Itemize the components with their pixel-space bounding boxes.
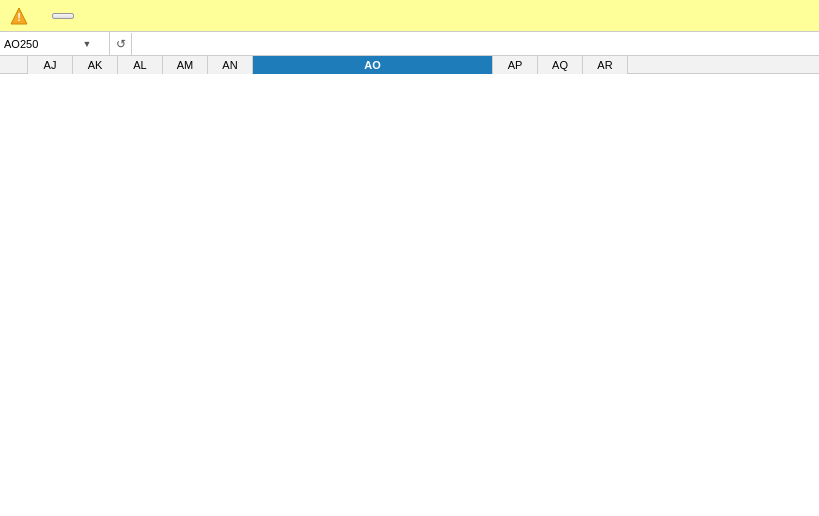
svg-text:!: ! bbox=[17, 11, 21, 23]
col-header-al[interactable]: AL bbox=[118, 56, 163, 74]
formula-bar: ▼ ↺ bbox=[0, 32, 819, 56]
col-header-an[interactable]: AN bbox=[208, 56, 253, 74]
col-header-am[interactable]: AM bbox=[163, 56, 208, 74]
column-headers: AJ AK AL AM AN AO AP AQ AR bbox=[0, 56, 819, 74]
col-header-ao[interactable]: AO bbox=[253, 56, 493, 74]
formula-input[interactable] bbox=[149, 38, 819, 50]
col-header-ak[interactable]: AK bbox=[73, 56, 118, 74]
security-bar: ! bbox=[0, 0, 819, 32]
name-box-dropdown[interactable]: ▼ bbox=[79, 36, 95, 52]
enable-content-button[interactable] bbox=[52, 13, 74, 19]
name-box[interactable]: ▼ bbox=[0, 32, 110, 55]
col-header-aq[interactable]: AQ bbox=[538, 56, 583, 74]
col-header-ap[interactable]: AP bbox=[493, 56, 538, 74]
col-header-ar[interactable]: AR bbox=[583, 56, 628, 74]
col-header-aj[interactable]: AJ bbox=[28, 56, 73, 74]
cancel-formula-button[interactable]: ↺ bbox=[110, 33, 132, 55]
spreadsheet: AJ AK AL AM AN AO AP AQ AR bbox=[0, 56, 819, 516]
row-num-header-corner bbox=[0, 56, 28, 73]
warning-icon: ! bbox=[10, 7, 28, 25]
cell-reference-input[interactable] bbox=[4, 38, 79, 50]
